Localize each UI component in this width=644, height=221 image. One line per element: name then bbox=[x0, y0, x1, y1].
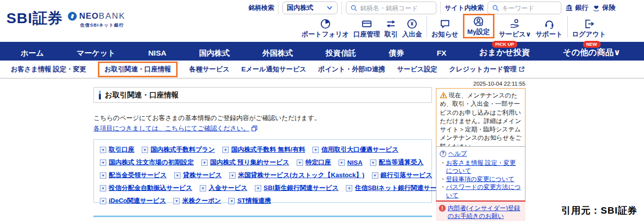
toolbar-item-account[interactable]: 口座管理 bbox=[353, 18, 380, 39]
quick-link[interactable]: ▼米株クーポン bbox=[173, 196, 221, 205]
neobank-wordmark-light: BANK bbox=[99, 11, 125, 21]
toolbar-item-services[interactable]: サービス∨ bbox=[499, 18, 531, 39]
nav-item-other-products[interactable]: NEW その他の商品∨ bbox=[563, 48, 620, 57]
quick-link[interactable]: ▼国内株式 注文市場の初期設定 bbox=[100, 158, 194, 167]
dropdown-arrow-icon: ▼ bbox=[370, 159, 376, 166]
quick-link[interactable]: ▼信用取引大口優遇サービス bbox=[312, 145, 399, 154]
nav-item-nisa[interactable]: NISA bbox=[148, 49, 166, 57]
quick-link[interactable]: ▼配当金受領サービス bbox=[100, 171, 167, 180]
quick-link[interactable]: ▼銀行引落サービス bbox=[372, 171, 432, 180]
divider bbox=[427, 16, 427, 37]
quick-link[interactable]: ▼入金サービス bbox=[200, 184, 247, 192]
confirm-link[interactable]: 各項目につきましては、こちらにてご確認ください。 bbox=[93, 124, 249, 133]
dropdown-arrow-icon: ▼ bbox=[338, 159, 345, 166]
quick-link-anchor[interactable]: 投信分配金自動振込サービス bbox=[109, 184, 192, 192]
toolbar-label: サポート bbox=[536, 31, 563, 38]
quick-link[interactable]: ▼国内株式 預り集約サービス bbox=[201, 158, 289, 167]
nav-item-market[interactable]: マーケット bbox=[77, 49, 116, 57]
stock-search-label: 銘柄検索 bbox=[248, 3, 274, 12]
quick-link[interactable]: ▼住信SBIネット銀行関連サービス bbox=[346, 184, 450, 192]
divider bbox=[440, 1, 441, 14]
quick-link-anchor[interactable]: 国内株式 注文市場の初期設定 bbox=[109, 158, 194, 167]
new-badge: NEW bbox=[583, 41, 600, 48]
subnav-customer-info[interactable]: お客さま情報 設定・変更 bbox=[11, 65, 86, 74]
quick-link-anchor[interactable]: 銀行引落サービス bbox=[381, 171, 432, 180]
nav-item-omakase[interactable]: PICK UP おまかせ投資 bbox=[479, 48, 530, 57]
nav-item-bonds[interactable]: 債券 bbox=[389, 49, 404, 57]
quick-link[interactable]: ▼投信分配金自動振込サービス bbox=[100, 184, 192, 192]
dropdown-arrow-icon: ▼ bbox=[312, 147, 319, 153]
toolbar-item-support[interactable]: サポート bbox=[536, 18, 563, 39]
toolbar-label: My設定 bbox=[467, 29, 490, 35]
quick-link[interactable]: ▼特定口座 bbox=[297, 158, 331, 167]
dropdown-arrow-icon: ▼ bbox=[100, 198, 106, 204]
quick-links-row: ▼取引口座 ▼国内株式手数料プラン ▼国内株式手数料 無料/有料 ▼信用取引大口… bbox=[100, 145, 426, 154]
toolbar-item-deposit[interactable]: ¥ 入出金 bbox=[402, 18, 422, 39]
chevron-down-icon bbox=[326, 4, 333, 11]
help-box: ? ヘルプ ・ お客さま情報 設定・変更について ・ 登録事項の変更について ・… bbox=[436, 146, 525, 203]
quick-link-anchor[interactable]: NISA bbox=[347, 159, 363, 166]
quick-link-anchor[interactable]: 入金サービス bbox=[209, 184, 247, 192]
toolbar-item-notifications[interactable]: お知らせ bbox=[431, 18, 459, 39]
quick-link[interactable]: ▼NISA bbox=[338, 159, 363, 166]
svg-text:¥: ¥ bbox=[411, 21, 414, 27]
toolbar-item-portfolio[interactable]: ポートフォリオ bbox=[302, 18, 349, 39]
quick-link[interactable]: ▼iDeCo関連サービス bbox=[100, 196, 166, 205]
toolbar-item-my-settings[interactable]: My設定 bbox=[467, 16, 490, 36]
insider-notice-link[interactable]: 内部者(インサイダー)登録のお手続きのお願い bbox=[448, 204, 522, 219]
quick-link-anchor[interactable]: 米国貸株サービス(カストック【Kastock】) bbox=[238, 171, 365, 180]
quick-link-anchor[interactable]: 配当等通算受入 bbox=[379, 158, 424, 167]
toolbar-item-logout[interactable]: ログアウト bbox=[572, 18, 606, 39]
quick-link-anchor[interactable]: iDeCo関連サービス bbox=[109, 196, 166, 205]
sbi-logo[interactable]: SBI証券 bbox=[6, 8, 63, 29]
dropdown-arrow-icon: ▼ bbox=[174, 172, 181, 179]
quick-link[interactable]: ▼国内株式手数料プラン bbox=[142, 145, 215, 154]
quick-link-anchor[interactable]: ST情報連携 bbox=[237, 196, 271, 205]
quick-link[interactable]: ▼米国貸株サービス(カストック【Kastock】) bbox=[229, 171, 365, 180]
quick-link[interactable]: ▼貸株サービス bbox=[174, 171, 222, 180]
subnav-email-notification[interactable]: Eメール通知サービス bbox=[241, 65, 306, 74]
neobank-subtitle: 住信SBIネット銀行 bbox=[80, 22, 125, 29]
quick-link-anchor[interactable]: 取引口座 bbox=[109, 145, 134, 154]
stock-search-category-select[interactable]: 国内株式 bbox=[282, 1, 337, 14]
quick-link-anchor[interactable]: 米株クーポン bbox=[182, 196, 221, 205]
stock-search-input[interactable] bbox=[360, 4, 432, 12]
subnav-trading-account-info[interactable]: お取引関連・口座情報 bbox=[98, 62, 177, 77]
quick-link-anchor[interactable]: 国内株式手数料 無料/有料 bbox=[231, 145, 305, 154]
neobank-logo[interactable]: NEOBANK 住信SBIネット銀行 bbox=[68, 11, 125, 29]
quick-link-anchor[interactable]: SBI新生銀行関連サービス bbox=[264, 184, 339, 192]
subnav-points-external-id[interactable]: ポイント・外部ID連携 bbox=[318, 65, 385, 74]
nav-item-foreign-stocks[interactable]: 外国株式 bbox=[262, 49, 293, 57]
nav-item-home[interactable]: ホーム bbox=[21, 49, 44, 57]
insurance-link[interactable]: 保険 bbox=[592, 3, 615, 12]
quick-link[interactable]: ▼国内株式手数料 無料/有料 bbox=[222, 145, 305, 154]
quick-link-anchor[interactable]: 国内株式手数料プラン bbox=[151, 145, 215, 154]
dropdown-arrow-icon: ▼ bbox=[100, 185, 106, 191]
quick-link-anchor[interactable]: 国内株式 預り集約サービス bbox=[210, 158, 289, 167]
quick-link-anchor[interactable]: 信用取引大口優遇サービス bbox=[321, 145, 399, 154]
site-search-input[interactable] bbox=[502, 4, 557, 12]
quick-link-anchor[interactable]: 特定口座 bbox=[306, 158, 331, 167]
quick-link[interactable]: ▼SBI新生銀行関連サービス bbox=[255, 184, 339, 192]
stock-search-box bbox=[346, 1, 436, 14]
nav-item-investment-trusts[interactable]: 投資信託 bbox=[326, 49, 356, 57]
quick-link[interactable]: ▼取引口座 bbox=[100, 145, 134, 154]
quick-link-anchor[interactable]: 配当金受領サービス bbox=[109, 171, 167, 180]
quick-link[interactable]: ▼ST情報連携 bbox=[228, 196, 271, 205]
quick-link-anchor[interactable]: 貸株サービス bbox=[183, 171, 222, 180]
subnav-services[interactable]: 各種サービス bbox=[189, 65, 230, 74]
nav-item-fx[interactable]: FX bbox=[437, 49, 447, 57]
person-gear-icon bbox=[473, 16, 484, 27]
help-link-customer-info[interactable]: お客さま情報 設定・変更について bbox=[446, 159, 522, 175]
subnav-credit-card[interactable]: クレジットカード管理 bbox=[449, 65, 525, 74]
help-link-registration-change[interactable]: 登録事項の変更について bbox=[446, 175, 515, 184]
nav-item-domestic-stocks[interactable]: 国内株式 bbox=[199, 49, 230, 57]
toolbar-label: 入出金 bbox=[402, 31, 422, 38]
quick-link[interactable]: ▼配当等通算受入 bbox=[370, 158, 424, 167]
toolbar-item-trade[interactable]: 取引 bbox=[384, 18, 398, 39]
subnav-service-settings[interactable]: サービス設定 bbox=[397, 65, 437, 74]
help-link-password-change[interactable]: パスワードの変更方法について bbox=[446, 183, 522, 199]
help-link[interactable]: ヘルプ bbox=[448, 150, 467, 158]
my-settings-highlight-box: My設定 bbox=[463, 14, 494, 39]
bank-link[interactable]: 銀行 bbox=[565, 3, 588, 12]
